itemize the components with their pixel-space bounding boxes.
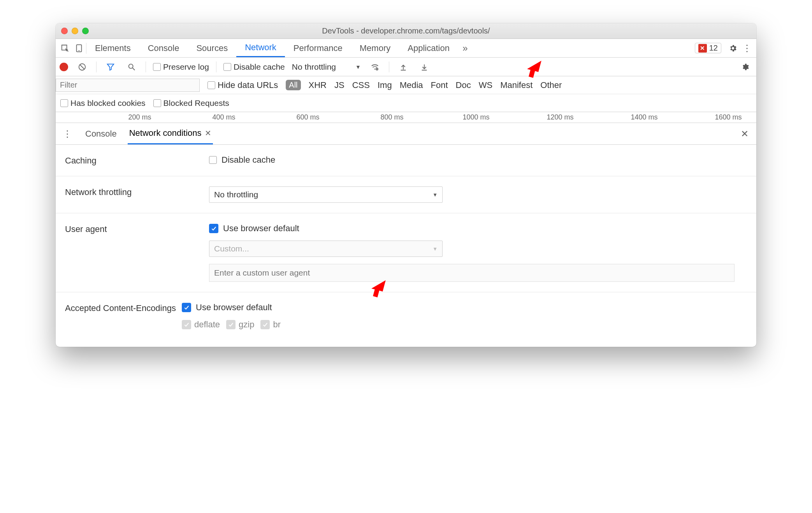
filter-funnel-icon[interactable] [104,60,118,74]
disable-cache-checkbox[interactable]: Disable cache [223,62,285,72]
ruler-tick: 400 ms [212,113,235,121]
drawer-tabs: ⋮ Console Network conditions ✕ ✕ [56,123,756,145]
filter-input[interactable] [56,79,200,92]
user-agent-label: User agent [65,223,209,282]
filter-type-css[interactable]: CSS [352,80,370,90]
tab-console[interactable]: Console [139,39,188,57]
network-conditions-panel: Caching Disable cache Network throttling… [56,145,756,347]
blocked-requests-checkbox[interactable]: Blocked Requests [153,98,229,108]
drawer-tab-console-label: Console [85,129,117,139]
inspect-element-icon[interactable] [58,41,72,55]
user-agent-section: User agent Use browser default Custom...… [56,213,756,292]
checkbox-disabled-icon [260,320,270,329]
checkbox-checked-icon [209,224,218,233]
ua-custom-dropdown: Custom... ▼ [209,241,443,257]
filter-type-media[interactable]: Media [400,80,423,90]
errors-count: 12 [709,44,718,53]
encodings-label: Accepted Content-Encodings [65,302,182,330]
preserve-log-label: Preserve log [163,62,209,72]
window-titlebar: DevTools - developer.chrome.com/tags/dev… [56,23,756,39]
upload-har-icon[interactable] [396,60,410,74]
divider [216,61,216,72]
checkbox-disabled-icon [226,320,236,329]
record-button[interactable] [60,63,68,71]
checkbox-icon [153,63,161,71]
throttling-dropdown[interactable]: No throttling ▼ [209,186,443,203]
ruler-tick: 800 ms [380,113,403,121]
kebab-menu-icon[interactable]: ⋮ [740,41,754,55]
caching-section: Caching Disable cache [56,145,756,176]
drawer-tab-console[interactable]: Console [84,123,118,144]
devtools-window: DevTools - developer.chrome.com/tags/dev… [56,23,756,347]
download-har-icon[interactable] [417,60,431,74]
tab-memory[interactable]: Memory [351,39,399,57]
checkbox-icon [209,156,217,164]
svg-point-6 [374,69,376,70]
hide-data-urls-label: Hide data URLs [218,80,278,90]
ua-use-default-label: Use browser default [223,223,299,234]
blocked-requests-label: Blocked Requests [163,98,229,108]
filter-row: Hide data URLs All XHR JS CSS Img Media … [56,76,756,94]
filter-type-font[interactable]: Font [431,80,448,90]
clear-log-icon[interactable] [75,60,89,74]
close-drawer-icon[interactable]: ✕ [738,127,752,141]
ua-use-default-checkbox[interactable]: Use browser default [209,223,747,234]
device-toggle-icon[interactable] [72,41,86,55]
ruler-tick: 1200 ms [547,113,573,121]
filter-type-img[interactable]: Img [378,80,392,90]
filter-row-2: Has blocked cookies Blocked Requests [56,94,756,112]
filter-type-js[interactable]: JS [334,80,344,90]
throttling-select[interactable]: No throttling ▼ [292,62,361,72]
encoding-deflate: deflate [194,320,220,330]
svg-line-5 [133,68,135,70]
encodings-use-default-checkbox[interactable]: Use browser default [182,302,747,313]
ruler-tick: 1400 ms [631,113,657,121]
svg-rect-1 [78,50,80,51]
network-settings-gear-icon[interactable] [738,60,752,74]
throttling-value: No throttling [292,62,336,72]
error-x-icon: ✕ [698,44,707,53]
svg-point-4 [129,64,133,68]
hide-data-urls-checkbox[interactable]: Hide data URLs [207,80,278,90]
close-tab-icon[interactable]: ✕ [205,128,211,138]
checkbox-checked-icon [182,303,191,312]
drawer-tab-network-conditions[interactable]: Network conditions ✕ [128,123,213,144]
throttling-section: Network throttling No throttling ▼ [56,176,756,213]
disable-cache-checkbox-drawer[interactable]: Disable cache [209,155,747,165]
checkbox-icon [153,99,161,107]
settings-gear-icon[interactable] [726,41,740,55]
errors-badge[interactable]: ✕ 12 [695,43,721,53]
tab-sources[interactable]: Sources [188,39,236,57]
filter-type-all[interactable]: All [286,80,301,90]
encoding-gzip: gzip [239,320,254,330]
checkbox-icon [207,81,215,89]
tab-performance[interactable]: Performance [285,39,351,57]
ruler-tick: 600 ms [296,113,319,121]
chevron-down-icon: ▼ [355,64,361,70]
caching-label: Caching [65,155,209,166]
blocked-cookies-checkbox[interactable]: Has blocked cookies [60,98,146,108]
annotation-arrow-icon [523,57,546,82]
ua-custom-placeholder: Custom... [214,244,249,253]
more-tabs-icon[interactable]: » [458,41,472,55]
preserve-log-checkbox[interactable]: Preserve log [153,62,209,72]
network-conditions-icon[interactable] [368,60,382,74]
timeline-ruler[interactable]: 200 ms 400 ms 600 ms 800 ms 1000 ms 1200… [56,112,756,123]
divider [389,61,389,72]
drawer-kebab-icon[interactable]: ⋮ [60,127,74,141]
search-icon[interactable] [125,60,139,74]
encodings-section: Accepted Content-Encodings Use browser d… [56,292,756,340]
divider [146,61,146,72]
disable-cache-drawer-label: Disable cache [221,155,275,165]
filter-type-doc[interactable]: Doc [456,80,471,90]
disable-cache-label: Disable cache [234,62,285,72]
filter-type-ws[interactable]: WS [479,80,492,90]
tab-elements[interactable]: Elements [86,39,139,57]
tab-application[interactable]: Application [399,39,458,57]
throttling-label: Network throttling [65,186,209,203]
chevron-down-icon: ▼ [432,192,438,198]
annotation-arrow-icon [367,276,390,301]
tab-network[interactable]: Network [236,39,285,57]
filter-type-xhr[interactable]: XHR [309,80,327,90]
chevron-down-icon: ▼ [432,246,438,252]
